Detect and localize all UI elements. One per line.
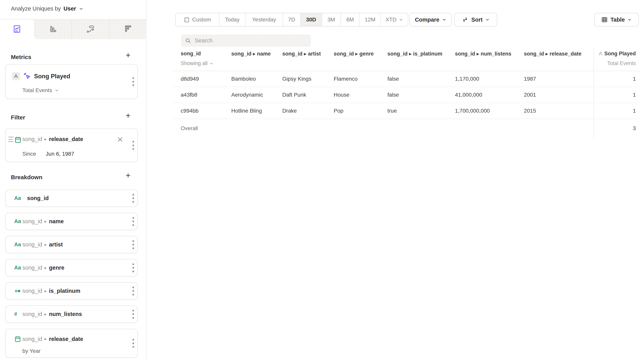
date-range-12m[interactable]: 12M xyxy=(360,13,380,26)
property-arrow-icon: ▸ xyxy=(44,137,47,142)
report-main-area: Custom Today Yesterday 7D 30D 3M 6M 12M … xyxy=(147,0,644,360)
cell-song-id: d8d949 xyxy=(173,76,224,82)
breakdown-kebab-menu[interactable] xyxy=(132,194,134,203)
table-row[interactable]: d8d949 Bamboleo Gipsy Kings Flamenco fal… xyxy=(173,71,641,87)
column-header[interactable]: song_id ▸ is_platinum xyxy=(380,51,447,57)
date-range-yesterday[interactable]: Yesterday xyxy=(245,13,283,26)
date-property-icon xyxy=(14,335,23,343)
table-row[interactable]: c994bb Hotline Bling Drake Pop true 1,70… xyxy=(173,103,641,119)
overall-row: Overall 3 xyxy=(173,119,641,138)
sort-label: Sort xyxy=(471,17,482,23)
filter-operator[interactable]: Since xyxy=(22,151,36,157)
sort-arrows-icon xyxy=(462,16,468,23)
tab-bar-chart[interactable] xyxy=(34,20,72,39)
property-arrow-icon: ▸ xyxy=(44,242,47,247)
metric-column-header[interactable]: ASong Played xyxy=(594,51,641,57)
metric-card[interactable]: A Song Played Total Events xyxy=(5,64,138,99)
filter-property-name[interactable]: release_date xyxy=(49,136,83,142)
date-range-3m[interactable]: 3M xyxy=(322,13,340,26)
column-header[interactable]: song_id ▸ genre xyxy=(326,51,380,57)
column-header[interactable]: song_id ▸ name xyxy=(224,51,274,57)
view-type-button[interactable]: Table xyxy=(594,13,639,27)
analyze-uniques-row: Analyze Uniques by User xyxy=(11,6,84,12)
property-arrow-icon: ▸ xyxy=(44,312,47,317)
chevron-down-icon[interactable] xyxy=(79,7,84,11)
bar-chart-icon xyxy=(48,25,57,34)
cell-artist: Daft Punk xyxy=(274,92,326,98)
table-row[interactable]: a43fb8 Aerodynamic Daft Punk House false… xyxy=(173,87,641,103)
breakdown-card-genre[interactable]: Aa song_id ▸ genre xyxy=(5,259,138,276)
metric-event-name[interactable]: Song Played xyxy=(34,73,70,80)
breakdown-heading: Breakdown xyxy=(11,174,42,181)
breakdown-kebab-menu[interactable] xyxy=(132,310,134,319)
cell-is-platinum: true xyxy=(380,108,447,114)
search-input[interactable] xyxy=(194,37,307,44)
add-metric-button[interactable]: + xyxy=(124,51,132,60)
breakdown-bucket-label[interactable]: by Year xyxy=(22,348,40,354)
breakdown-kebab-menu[interactable] xyxy=(132,240,134,249)
date-range-label: Custom xyxy=(192,17,211,23)
filter-card[interactable]: song_id ▸ release_date Since Jun 6, 1987 xyxy=(5,129,138,162)
cell-num-listens: 41,000,000 xyxy=(447,92,516,98)
date-range-7d[interactable]: 7D xyxy=(283,13,300,26)
date-range-label: 6M xyxy=(346,17,354,23)
sort-button[interactable]: Sort xyxy=(454,13,497,27)
property-arrow-icon: ▸ xyxy=(44,219,47,224)
filter-property-prefix: song_id xyxy=(22,136,42,142)
tab-line-chart[interactable] xyxy=(0,20,34,39)
breakdown-card-song-id[interactable]: Aa song_id xyxy=(5,190,138,207)
metric-grid-icon xyxy=(124,25,132,34)
breakdown-kebab-menu[interactable] xyxy=(132,339,134,348)
metric-aggregation-dropdown[interactable]: Total Events xyxy=(22,87,59,94)
property-arrow-icon: ▸ xyxy=(44,265,47,270)
cell-name: Bamboleo xyxy=(224,76,274,82)
breakdown-property-name: num_listens xyxy=(49,311,82,317)
date-range-custom[interactable]: Custom xyxy=(176,13,219,26)
breakdown-card-artist[interactable]: Aa song_id ▸ artist xyxy=(5,236,138,253)
breakdown-card-is-platinum[interactable]: song_id ▸ is_platinum xyxy=(5,282,138,300)
breakdown-kebab-menu[interactable] xyxy=(132,217,134,226)
date-range-xtd[interactable]: XTD xyxy=(380,13,408,26)
results-table: song_id song_id ▸ name song_id ▸ artist … xyxy=(173,48,641,138)
cell-artist: Gipsy Kings xyxy=(274,76,326,82)
analyze-entity-dropdown[interactable]: User xyxy=(64,6,76,12)
showing-all-label: Showing all xyxy=(181,60,208,67)
breakdown-property-name: name xyxy=(49,218,64,225)
breakdown-card-release-date[interactable]: song_id ▸ release_date by Year xyxy=(5,329,138,358)
cell-artist: Drake xyxy=(274,108,326,114)
series-letter: A xyxy=(599,51,602,57)
date-range-label: Yesterday xyxy=(252,17,276,23)
breakdown-card-name[interactable]: Aa song_id ▸ name xyxy=(5,213,138,230)
date-range-6m[interactable]: 6M xyxy=(340,13,360,26)
boolean-property-icon xyxy=(14,287,23,295)
showing-all-dropdown[interactable]: Showing all xyxy=(173,60,594,67)
add-filter-button[interactable]: + xyxy=(124,111,132,120)
cell-metric-value: 1 xyxy=(594,92,641,98)
metrics-heading: Metrics xyxy=(11,54,31,60)
date-range-today[interactable]: Today xyxy=(219,13,245,26)
breakdown-card-num-listens[interactable]: # song_id ▸ num_listens xyxy=(5,305,138,323)
tab-flow-chart[interactable] xyxy=(72,20,109,39)
breakdown-kebab-menu[interactable] xyxy=(132,263,134,272)
drag-handle-icon[interactable] xyxy=(8,137,14,142)
tab-metric-grid[interactable] xyxy=(109,20,146,39)
add-breakdown-button[interactable]: + xyxy=(124,171,132,180)
column-header[interactable]: song_id ▸ artist xyxy=(274,51,326,57)
column-header[interactable]: song_id ▸ num_listens xyxy=(447,51,516,57)
compare-button[interactable]: Compare xyxy=(410,13,452,27)
text-property-icon: Aa xyxy=(14,264,23,272)
column-header[interactable]: song_id ▸ release_date xyxy=(516,51,594,57)
metric-kebab-menu[interactable] xyxy=(132,77,134,86)
filter-value[interactable]: Jun 6, 1987 xyxy=(46,151,74,157)
event-cursor-icon xyxy=(23,72,32,81)
breakdown-prefix: song_id xyxy=(22,218,42,225)
remove-filter-icon[interactable] xyxy=(116,136,124,143)
breakdown-kebab-menu[interactable] xyxy=(132,286,134,295)
number-property-icon: # xyxy=(14,310,23,318)
column-header[interactable]: song_id xyxy=(173,51,224,57)
date-range-30d[interactable]: 30D xyxy=(300,13,322,26)
insights-report-page: Analyze Uniques by User xyxy=(0,0,644,360)
text-property-icon: Aa xyxy=(14,194,23,202)
overall-value: 3 xyxy=(594,125,641,132)
filter-kebab-menu[interactable] xyxy=(132,141,134,150)
